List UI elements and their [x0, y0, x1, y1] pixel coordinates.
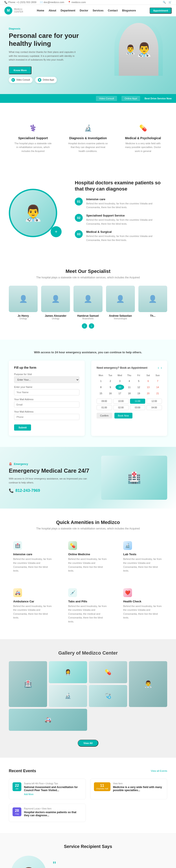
- cal-date-11[interactable]: 11: [125, 384, 134, 390]
- cal-date-18[interactable]: 18: [125, 391, 134, 396]
- confirm-button[interactable]: Confirm: [97, 413, 112, 418]
- specialist-name-0: Jo Henry: [9, 314, 38, 317]
- amenity-title-4: Tabs and Pills: [68, 600, 108, 603]
- cal-date-19[interactable]: 19: [134, 391, 143, 396]
- gallery-item-0[interactable]: 🏥: [9, 661, 47, 707]
- calendar-title: Need emergency? Book an Appointment: [97, 366, 147, 369]
- form-field-0: Purpose for Visit Enter Your...: [14, 373, 79, 383]
- gallery-item-4[interactable]: 🔬: [49, 685, 87, 707]
- specialists-section: Meet Our Specialist The hospital plays a…: [0, 257, 176, 340]
- hero-cta-button[interactable]: Know More: [9, 66, 31, 74]
- gallery-item-2[interactable]: 💊: [89, 661, 127, 683]
- gallery-item-3[interactable]: 👨‍⚕️: [129, 661, 167, 707]
- cal-date-12[interactable]: 12: [134, 384, 143, 390]
- amenity-icon-0: 🏥: [13, 541, 22, 550]
- feature-desc-1: Hospital doctors examine patients so tha…: [68, 142, 108, 153]
- event-read-more-0[interactable]: Add More: [24, 793, 82, 796]
- search-icon[interactable]: 🔍: [163, 1, 166, 4]
- gallery-item-1[interactable]: 👩‍⚕️: [49, 661, 87, 683]
- gallery-item-5[interactable]: 🩺: [89, 685, 127, 707]
- cal-date-20[interactable]: 20: [144, 391, 152, 396]
- event-title-0: National Assessment and Accreditation fo…: [24, 786, 82, 792]
- amenity-icon-1: 💊: [68, 541, 77, 550]
- amenity-icon-4: 💉: [68, 588, 77, 597]
- event-month-0: Jan: [15, 787, 19, 790]
- emergency-tag: 🚨 Emergency: [9, 463, 95, 466]
- purpose-select[interactable]: Enter Your...: [14, 376, 79, 383]
- appointment-section: With access to 24 hour emergency assista…: [0, 340, 176, 447]
- appointment-button[interactable]: Appointment: [150, 7, 172, 14]
- time-slot-6[interactable]: 03:00: [130, 405, 145, 410]
- cal-date-9[interactable]: 9: [106, 384, 115, 390]
- cal-date-8[interactable]: 8: [97, 384, 105, 390]
- cal-date-15[interactable]: 15: [97, 391, 105, 396]
- time-slot-5[interactable]: 02:00: [113, 405, 129, 410]
- phone-icon-emergency: 📞: [9, 488, 14, 493]
- amenity-title-1: Online Medicine: [68, 553, 108, 556]
- cal-date-4[interactable]: 4: [125, 378, 134, 384]
- feature-desc-2: Medicine is a very wide field with many …: [123, 142, 163, 153]
- diagnose-item-content-0: Intensive care Behind the word Insulinsb…: [86, 197, 167, 210]
- calendar-header: Need emergency? Book an Appointment ‹ ›: [97, 366, 162, 370]
- specialist-card-0: Jo Henry Urology: [9, 286, 38, 320]
- cal-date-16[interactable]: 16: [106, 391, 115, 396]
- time-slot-3[interactable]: 12:00: [146, 399, 162, 404]
- diagnose-item-2: 03 Medical & Surgical Behind the word In…: [75, 230, 167, 242]
- nav-department[interactable]: Department: [61, 9, 75, 12]
- calendar-days: Mon Tue Wed Thu Fri Sat Sun 1 2 3 4 5 6 …: [97, 373, 162, 396]
- nav-contact[interactable]: Contact: [108, 9, 118, 12]
- cal-date-1[interactable]: 1: [97, 378, 105, 384]
- name-input[interactable]: [14, 389, 79, 395]
- cal-date-17[interactable]: 17: [115, 391, 124, 396]
- specialist-card-1: James Alexander Urology: [41, 286, 70, 320]
- nav-about[interactable]: About: [48, 9, 56, 12]
- cal-date-2[interactable]: 2: [106, 378, 115, 384]
- cal-date-14[interactable]: 14: [153, 384, 162, 390]
- diagnose-item-title-0: Intensive care: [86, 197, 167, 201]
- gallery-item-6[interactable]: 🚑: [9, 709, 87, 731]
- diagnose-item-desc-0: Behind the word Insulinsby, far from the…: [86, 202, 167, 210]
- time-slot-0[interactable]: 09:00: [97, 399, 112, 404]
- cal-date-10[interactable]: 10: [115, 384, 124, 390]
- emergency-phone: 📞 812-243-7969: [9, 488, 95, 493]
- testimonial-image: 👩: [11, 856, 46, 868]
- time-slot-7[interactable]: 04:00: [146, 405, 162, 410]
- amenity-title-2: Lab Tests: [123, 553, 163, 556]
- field-label-3: Your Mail Address: [14, 410, 79, 413]
- form-submit-button[interactable]: Submit: [14, 425, 31, 431]
- feature-desc-0: The hospital plays a statewide role in r…: [13, 142, 53, 153]
- nav-services[interactable]: Services: [93, 9, 103, 12]
- hero-badge-2: 📋 Online Appt: [35, 77, 57, 83]
- gallery-view-all-button[interactable]: View All: [78, 740, 98, 747]
- nav-home[interactable]: Home: [37, 9, 44, 12]
- time-slot-2[interactable]: 11:00: [130, 399, 145, 404]
- cart-icon[interactable]: 🛒: [169, 1, 172, 4]
- gallery-grid: 🏥 👩‍⚕️ 💊 👨‍⚕️ 🔬 🩺 🚑: [9, 661, 167, 731]
- form-field-2: Your Mail Address: [14, 398, 79, 408]
- time-slot-1[interactable]: 10:00: [113, 399, 129, 404]
- specialist-prev[interactable]: ‹: [82, 323, 87, 329]
- book-now-button[interactable]: Book Now: [114, 413, 133, 418]
- cal-date-21[interactable]: 21: [153, 391, 162, 396]
- cal-next[interactable]: ›: [161, 366, 162, 370]
- cal-date-3[interactable]: 3: [115, 378, 124, 384]
- cal-date-5[interactable]: 5: [134, 378, 143, 384]
- strip-btn-1[interactable]: Video Consult: [96, 96, 117, 101]
- time-slot-4[interactable]: 01:00: [97, 405, 112, 410]
- cal-date-6[interactable]: 6: [144, 378, 152, 384]
- email-input[interactable]: [14, 402, 79, 408]
- gallery-thumb-3: 👨‍⚕️: [129, 661, 167, 707]
- events-view-all[interactable]: View all Events: [151, 770, 167, 772]
- strip-btn-2[interactable]: Online Appt: [121, 96, 140, 101]
- phone-input[interactable]: [14, 414, 79, 420]
- nav-doctor[interactable]: Doctor: [80, 9, 88, 12]
- specialist-next[interactable]: ›: [89, 323, 94, 329]
- amenity-title-3: Ambulance Car: [13, 600, 53, 603]
- nav-blog[interactable]: Blogsmore: [122, 9, 136, 12]
- cal-date-7[interactable]: 7: [153, 378, 162, 384]
- cal-prev[interactable]: ‹: [158, 366, 159, 370]
- cal-date-13[interactable]: 13: [144, 384, 152, 390]
- video-icon: ▶: [11, 78, 15, 82]
- amenity-desc-5: Behind the word Insulinsby, far from the…: [123, 604, 163, 620]
- appointment-calendar: Need emergency? Book an Appointment ‹ › …: [91, 361, 167, 436]
